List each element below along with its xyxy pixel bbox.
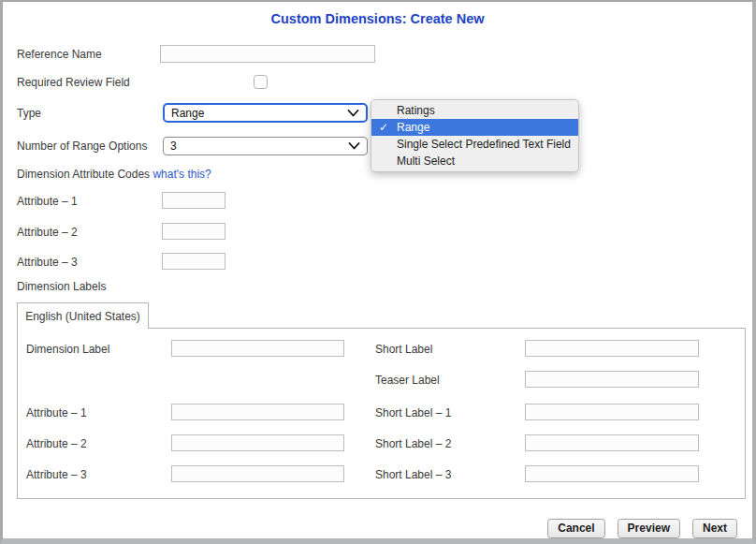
dimension-label-label: Dimension Label — [26, 343, 109, 357]
panel-attribute-1-label: Attribute – 1 — [26, 406, 87, 420]
chevron-down-icon — [347, 110, 359, 117]
chevron-down-icon — [348, 142, 360, 150]
attribute-3-input[interactable] — [162, 253, 225, 270]
page-title: Custom Dimensions: Create New — [3, 11, 752, 26]
short-label-2-label: Short Label – 2 — [375, 437, 451, 451]
required-review-field-label: Required Review Field — [17, 76, 130, 90]
cancel-button[interactable]: Cancel — [547, 519, 604, 538]
type-select[interactable]: Range — [163, 103, 368, 123]
panel-attribute-3-label: Attribute – 3 — [26, 468, 87, 482]
menu-item-single-select-predefined-text-field[interactable]: Single Select Predefined Text Field — [371, 136, 578, 153]
required-review-checkbox[interactable] — [254, 75, 268, 89]
attribute-1-label: Attribute – 1 — [17, 195, 78, 209]
type-label: Type — [17, 107, 41, 121]
type-select-value: Range — [171, 107, 204, 120]
checkmark-icon: ✓ — [379, 119, 388, 136]
attribute-3-label: Attribute – 3 — [17, 256, 78, 270]
short-label-3-label: Short Label – 3 — [375, 468, 451, 482]
short-label-1-input[interactable] — [525, 404, 699, 420]
preview-button[interactable]: Preview — [618, 519, 680, 538]
short-label-1-label: Short Label – 1 — [375, 406, 451, 420]
short-label-2-input[interactable] — [525, 434, 699, 451]
tab-english-united-states[interactable]: English (United States) — [17, 302, 149, 329]
attribute-2-input[interactable] — [162, 223, 225, 240]
menu-item-range[interactable]: ✓ Range — [371, 119, 578, 136]
short-label-3-input[interactable] — [525, 465, 699, 482]
panel-attribute-2-label: Attribute – 2 — [26, 437, 87, 451]
dimension-attribute-codes-label: Dimension Attribute Codes what's this? — [17, 168, 211, 182]
whats-this-link[interactable]: what's this? — [153, 168, 211, 181]
footer-actions: Cancel Preview Next — [547, 519, 737, 538]
attribute-1-input[interactable] — [162, 192, 225, 209]
panel-attribute-1-input[interactable] — [171, 404, 344, 420]
menu-item-multi-select[interactable]: Multi Select — [371, 153, 578, 169]
custom-dimensions-create-window: Custom Dimensions: Create New Reference … — [0, 0, 756, 544]
number-of-range-options-label: Number of Range Options — [17, 140, 147, 154]
number-of-range-options-select[interactable]: 3 — [163, 137, 368, 155]
dimension-label-input[interactable] — [171, 340, 344, 357]
teaser-label-label: Teaser Label — [375, 374, 440, 388]
panel-attribute-2-input[interactable] — [171, 434, 344, 451]
reference-name-input[interactable] — [160, 45, 375, 63]
number-of-range-options-value: 3 — [170, 140, 177, 153]
type-dropdown-menu: Ratings ✓ Range Single Select Predefined… — [371, 99, 579, 172]
panel-attribute-3-input[interactable] — [171, 465, 344, 482]
reference-name-label: Reference Name — [17, 48, 102, 62]
attribute-2-label: Attribute – 2 — [17, 226, 78, 240]
dimension-labels-section-label: Dimension Labels — [17, 280, 106, 294]
teaser-label-input[interactable] — [525, 371, 699, 388]
short-label-label: Short Label — [375, 343, 432, 357]
menu-item-ratings[interactable]: Ratings — [371, 102, 578, 119]
next-button[interactable]: Next — [692, 519, 737, 538]
short-label-input[interactable] — [525, 340, 699, 357]
